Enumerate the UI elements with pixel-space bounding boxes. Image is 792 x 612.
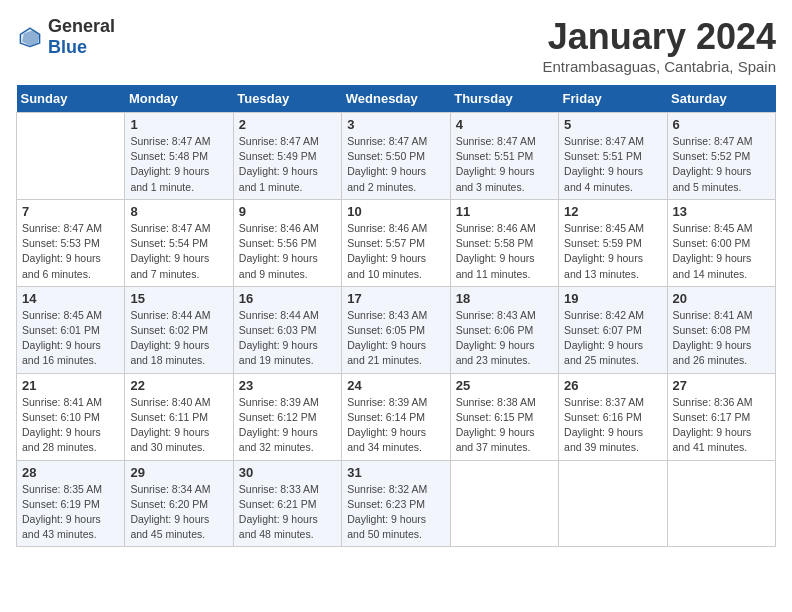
day-number: 19	[564, 291, 661, 306]
day-info: Sunrise: 8:46 AM Sunset: 5:58 PM Dayligh…	[456, 221, 553, 282]
calendar-cell	[559, 460, 667, 547]
calendar-cell: 12Sunrise: 8:45 AM Sunset: 5:59 PM Dayli…	[559, 199, 667, 286]
calendar-cell: 5Sunrise: 8:47 AM Sunset: 5:51 PM Daylig…	[559, 113, 667, 200]
weekday-header-thursday: Thursday	[450, 85, 558, 113]
day-info: Sunrise: 8:47 AM Sunset: 5:51 PM Dayligh…	[564, 134, 661, 195]
day-number: 13	[673, 204, 770, 219]
day-number: 5	[564, 117, 661, 132]
day-number: 9	[239, 204, 336, 219]
calendar-table: SundayMondayTuesdayWednesdayThursdayFrid…	[16, 85, 776, 547]
calendar-cell: 10Sunrise: 8:46 AM Sunset: 5:57 PM Dayli…	[342, 199, 450, 286]
day-info: Sunrise: 8:39 AM Sunset: 6:12 PM Dayligh…	[239, 395, 336, 456]
calendar-cell: 9Sunrise: 8:46 AM Sunset: 5:56 PM Daylig…	[233, 199, 341, 286]
calendar-cell: 25Sunrise: 8:38 AM Sunset: 6:15 PM Dayli…	[450, 373, 558, 460]
day-info: Sunrise: 8:39 AM Sunset: 6:14 PM Dayligh…	[347, 395, 444, 456]
day-number: 12	[564, 204, 661, 219]
weekday-header-wednesday: Wednesday	[342, 85, 450, 113]
calendar-cell: 31Sunrise: 8:32 AM Sunset: 6:23 PM Dayli…	[342, 460, 450, 547]
calendar-cell: 22Sunrise: 8:40 AM Sunset: 6:11 PM Dayli…	[125, 373, 233, 460]
weekday-header-monday: Monday	[125, 85, 233, 113]
day-number: 23	[239, 378, 336, 393]
day-number: 1	[130, 117, 227, 132]
day-info: Sunrise: 8:47 AM Sunset: 5:54 PM Dayligh…	[130, 221, 227, 282]
day-info: Sunrise: 8:43 AM Sunset: 6:05 PM Dayligh…	[347, 308, 444, 369]
calendar-cell: 11Sunrise: 8:46 AM Sunset: 5:58 PM Dayli…	[450, 199, 558, 286]
day-number: 16	[239, 291, 336, 306]
calendar-cell: 29Sunrise: 8:34 AM Sunset: 6:20 PM Dayli…	[125, 460, 233, 547]
calendar-cell: 27Sunrise: 8:36 AM Sunset: 6:17 PM Dayli…	[667, 373, 775, 460]
calendar-cell: 6Sunrise: 8:47 AM Sunset: 5:52 PM Daylig…	[667, 113, 775, 200]
day-info: Sunrise: 8:47 AM Sunset: 5:50 PM Dayligh…	[347, 134, 444, 195]
calendar-cell: 16Sunrise: 8:44 AM Sunset: 6:03 PM Dayli…	[233, 286, 341, 373]
calendar-cell: 4Sunrise: 8:47 AM Sunset: 5:51 PM Daylig…	[450, 113, 558, 200]
day-number: 11	[456, 204, 553, 219]
day-info: Sunrise: 8:36 AM Sunset: 6:17 PM Dayligh…	[673, 395, 770, 456]
calendar-cell: 24Sunrise: 8:39 AM Sunset: 6:14 PM Dayli…	[342, 373, 450, 460]
calendar-cell	[450, 460, 558, 547]
day-info: Sunrise: 8:41 AM Sunset: 6:10 PM Dayligh…	[22, 395, 119, 456]
calendar-cell: 23Sunrise: 8:39 AM Sunset: 6:12 PM Dayli…	[233, 373, 341, 460]
day-info: Sunrise: 8:45 AM Sunset: 5:59 PM Dayligh…	[564, 221, 661, 282]
calendar-week-row: 14Sunrise: 8:45 AM Sunset: 6:01 PM Dayli…	[17, 286, 776, 373]
day-number: 18	[456, 291, 553, 306]
logo-text: General Blue	[48, 16, 115, 58]
day-number: 15	[130, 291, 227, 306]
page-header: General Blue January 2024 Entrambasaguas…	[16, 16, 776, 75]
calendar-week-row: 7Sunrise: 8:47 AM Sunset: 5:53 PM Daylig…	[17, 199, 776, 286]
day-number: 6	[673, 117, 770, 132]
calendar-cell: 21Sunrise: 8:41 AM Sunset: 6:10 PM Dayli…	[17, 373, 125, 460]
day-number: 22	[130, 378, 227, 393]
day-info: Sunrise: 8:46 AM Sunset: 5:57 PM Dayligh…	[347, 221, 444, 282]
calendar-cell: 7Sunrise: 8:47 AM Sunset: 5:53 PM Daylig…	[17, 199, 125, 286]
day-number: 21	[22, 378, 119, 393]
calendar-week-row: 21Sunrise: 8:41 AM Sunset: 6:10 PM Dayli…	[17, 373, 776, 460]
logo: General Blue	[16, 16, 115, 58]
weekday-header-saturday: Saturday	[667, 85, 775, 113]
day-number: 30	[239, 465, 336, 480]
logo-icon	[16, 23, 44, 51]
day-number: 27	[673, 378, 770, 393]
day-number: 25	[456, 378, 553, 393]
calendar-cell: 14Sunrise: 8:45 AM Sunset: 6:01 PM Dayli…	[17, 286, 125, 373]
day-info: Sunrise: 8:47 AM Sunset: 5:51 PM Dayligh…	[456, 134, 553, 195]
day-info: Sunrise: 8:47 AM Sunset: 5:53 PM Dayligh…	[22, 221, 119, 282]
calendar-cell: 28Sunrise: 8:35 AM Sunset: 6:19 PM Dayli…	[17, 460, 125, 547]
calendar-cell: 1Sunrise: 8:47 AM Sunset: 5:48 PM Daylig…	[125, 113, 233, 200]
day-number: 8	[130, 204, 227, 219]
day-number: 4	[456, 117, 553, 132]
calendar-cell	[667, 460, 775, 547]
day-number: 17	[347, 291, 444, 306]
day-number: 7	[22, 204, 119, 219]
day-number: 24	[347, 378, 444, 393]
weekday-header-row: SundayMondayTuesdayWednesdayThursdayFrid…	[17, 85, 776, 113]
day-number: 29	[130, 465, 227, 480]
calendar-cell: 3Sunrise: 8:47 AM Sunset: 5:50 PM Daylig…	[342, 113, 450, 200]
location-subtitle: Entrambasaguas, Cantabria, Spain	[543, 58, 776, 75]
day-number: 14	[22, 291, 119, 306]
day-info: Sunrise: 8:43 AM Sunset: 6:06 PM Dayligh…	[456, 308, 553, 369]
calendar-cell: 17Sunrise: 8:43 AM Sunset: 6:05 PM Dayli…	[342, 286, 450, 373]
day-info: Sunrise: 8:45 AM Sunset: 6:01 PM Dayligh…	[22, 308, 119, 369]
day-number: 31	[347, 465, 444, 480]
calendar-cell: 8Sunrise: 8:47 AM Sunset: 5:54 PM Daylig…	[125, 199, 233, 286]
day-info: Sunrise: 8:35 AM Sunset: 6:19 PM Dayligh…	[22, 482, 119, 543]
day-number: 28	[22, 465, 119, 480]
calendar-cell: 15Sunrise: 8:44 AM Sunset: 6:02 PM Dayli…	[125, 286, 233, 373]
day-info: Sunrise: 8:33 AM Sunset: 6:21 PM Dayligh…	[239, 482, 336, 543]
day-info: Sunrise: 8:40 AM Sunset: 6:11 PM Dayligh…	[130, 395, 227, 456]
calendar-week-row: 1Sunrise: 8:47 AM Sunset: 5:48 PM Daylig…	[17, 113, 776, 200]
day-info: Sunrise: 8:37 AM Sunset: 6:16 PM Dayligh…	[564, 395, 661, 456]
day-info: Sunrise: 8:44 AM Sunset: 6:03 PM Dayligh…	[239, 308, 336, 369]
day-info: Sunrise: 8:47 AM Sunset: 5:49 PM Dayligh…	[239, 134, 336, 195]
day-number: 20	[673, 291, 770, 306]
title-area: January 2024 Entrambasaguas, Cantabria, …	[543, 16, 776, 75]
day-info: Sunrise: 8:41 AM Sunset: 6:08 PM Dayligh…	[673, 308, 770, 369]
day-number: 10	[347, 204, 444, 219]
calendar-cell: 26Sunrise: 8:37 AM Sunset: 6:16 PM Dayli…	[559, 373, 667, 460]
calendar-cell: 13Sunrise: 8:45 AM Sunset: 6:00 PM Dayli…	[667, 199, 775, 286]
day-info: Sunrise: 8:47 AM Sunset: 5:52 PM Dayligh…	[673, 134, 770, 195]
weekday-header-tuesday: Tuesday	[233, 85, 341, 113]
day-info: Sunrise: 8:47 AM Sunset: 5:48 PM Dayligh…	[130, 134, 227, 195]
day-number: 3	[347, 117, 444, 132]
day-number: 2	[239, 117, 336, 132]
